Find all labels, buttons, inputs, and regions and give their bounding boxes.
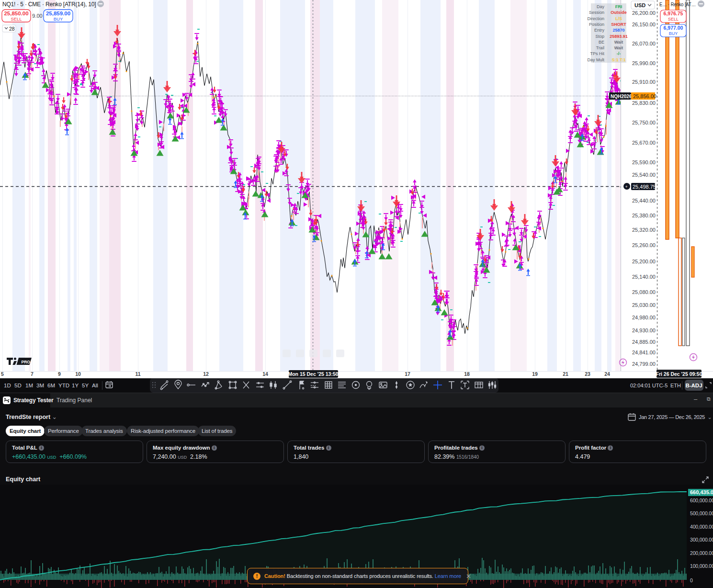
svg-text:9.00: 9.00 xyxy=(32,13,42,19)
svg-text:1M: 1M xyxy=(25,383,33,388)
svg-text:SELL: SELL xyxy=(668,17,679,22)
svg-text:25,498.75: 25,498.75 xyxy=(633,184,656,190)
svg-text:21: 21 xyxy=(563,371,568,377)
svg-text:10: 10 xyxy=(75,371,81,377)
svg-text:Position: Position xyxy=(589,22,604,27)
svg-text:26,070.00: 26,070.00 xyxy=(632,41,656,46)
svg-text:25,540.00: 25,540.00 xyxy=(632,172,656,178)
svg-text:25,260.00: 25,260.00 xyxy=(632,242,656,248)
svg-text:-/-: -/- xyxy=(617,51,621,56)
svg-text:26,150.00: 26,150.00 xyxy=(632,22,656,27)
svg-text:BUY: BUY xyxy=(54,16,63,22)
svg-text:6,977.00: 6,977.00 xyxy=(664,25,683,31)
svg-text:SELL: SELL xyxy=(11,16,22,22)
svg-text:+: + xyxy=(625,184,628,189)
svg-text:Mon 15 Dec '25 13:50: Mon 15 Dec '25 13:50 xyxy=(288,371,338,377)
svg-text:0: 0 xyxy=(690,577,693,583)
svg-text:28: 28 xyxy=(9,26,15,32)
svg-text:L/S: L/S xyxy=(615,16,622,21)
svg-text:25,200.00: 25,200.00 xyxy=(632,259,656,264)
svg-text:660,435.00: 660,435.00 xyxy=(690,489,713,495)
svg-text:12: 12 xyxy=(203,371,209,377)
svg-text:Session: Session xyxy=(589,10,604,15)
svg-text:300,000.00: 300,000.00 xyxy=(690,537,713,543)
svg-text:E… · Renko [AT…: E… · Renko [AT… xyxy=(659,1,696,7)
svg-text:Outside: Outside xyxy=(611,10,627,15)
svg-text:600,000.00: 600,000.00 xyxy=(690,498,713,503)
svg-text:5D: 5D xyxy=(14,383,22,388)
svg-text:25,830.00: 25,830.00 xyxy=(632,100,656,106)
svg-text:Direction: Direction xyxy=(587,16,604,21)
svg-text:7: 7 xyxy=(31,371,34,377)
svg-text:9: 9 xyxy=(58,371,61,377)
svg-text:ETH: ETH xyxy=(670,383,681,388)
svg-text:5: 5 xyxy=(1,371,4,377)
svg-text:NQ1! · 5 · CME · Renko [ATR(14: NQ1! · 5 · CME · Renko [ATR(14), 10] xyxy=(2,1,96,8)
svg-text:1Y: 1Y xyxy=(72,383,79,388)
svg-text:26,200.00: 26,200.00 xyxy=(632,10,656,16)
svg-text:25,140.00: 25,140.00 xyxy=(632,274,656,280)
svg-text:Day: Day xyxy=(597,4,605,9)
svg-text:25,990.00: 25,990.00 xyxy=(632,60,656,66)
svg-text:17: 17 xyxy=(405,371,410,377)
svg-text:200,000.00: 200,000.00 xyxy=(690,550,713,556)
svg-text:6M: 6M xyxy=(47,383,55,388)
svg-text:BUY: BUY xyxy=(669,31,678,36)
svg-text:-: - xyxy=(620,183,622,189)
svg-text:25,320.00: 25,320.00 xyxy=(632,227,656,233)
svg-text:25,850.00: 25,850.00 xyxy=(4,11,28,16)
svg-text:25,670.00: 25,670.00 xyxy=(632,140,656,146)
svg-text:25,590.00: 25,590.00 xyxy=(632,159,656,165)
svg-text:11: 11 xyxy=(135,371,140,377)
svg-text:6,976.75: 6,976.75 xyxy=(664,11,683,16)
svg-text:24,885.00: 24,885.00 xyxy=(632,339,656,345)
svg-text:1D: 1D xyxy=(4,383,11,388)
svg-text:BE: BE xyxy=(599,40,604,45)
svg-text:25870: 25870 xyxy=(612,28,624,33)
svg-text:FRI: FRI xyxy=(615,4,622,9)
svg-text:3M: 3M xyxy=(36,383,44,388)
svg-text:Day Mult: Day Mult xyxy=(587,57,604,62)
svg-text:24,930.00: 24,930.00 xyxy=(632,328,656,333)
svg-text:Wait: Wait xyxy=(614,40,623,45)
svg-text:24,841.00: 24,841.00 xyxy=(632,350,656,355)
svg-text:Wait: Wait xyxy=(614,45,623,50)
svg-text:USD: USD xyxy=(634,2,645,8)
svg-text:TPs Hit: TPs Hit xyxy=(590,51,604,56)
svg-text:S:1 T:1: S:1 T:1 xyxy=(611,57,625,62)
svg-text:Stop: Stop xyxy=(595,34,604,39)
svg-text:PRO: PRO xyxy=(22,360,31,364)
svg-text:02:04:01 UTC-5: 02:04:01 UTC-5 xyxy=(630,383,668,388)
svg-text:Trail: Trail xyxy=(596,45,604,50)
svg-text:SHORT: SHORT xyxy=(611,22,626,27)
svg-text:24: 24 xyxy=(604,371,610,377)
svg-text:25,080.00: 25,080.00 xyxy=(632,289,656,295)
svg-text:25,380.00: 25,380.00 xyxy=(632,213,656,218)
svg-text:25,440.00: 25,440.00 xyxy=(632,198,656,204)
svg-text:23: 23 xyxy=(585,371,590,377)
svg-text:B-ADJ: B-ADJ xyxy=(685,383,702,388)
svg-text:24,799.00: 24,799.00 xyxy=(632,361,656,367)
svg-text:25,856.00: 25,856.00 xyxy=(633,93,656,99)
svg-text:24,980.00: 24,980.00 xyxy=(632,315,656,320)
svg-text:14: 14 xyxy=(262,371,268,377)
svg-text:25,910.00: 25,910.00 xyxy=(632,79,656,85)
svg-text:NQH2026: NQH2026 xyxy=(611,94,632,99)
svg-text:5Y: 5Y xyxy=(82,383,89,388)
svg-text:Fri 26 Dec '25 09:50: Fri 26 Dec '25 09:50 xyxy=(656,371,702,377)
svg-text:Entry: Entry xyxy=(594,28,605,33)
svg-text:YTD: YTD xyxy=(58,383,69,388)
svg-text:19: 19 xyxy=(532,371,538,377)
svg-text:500,000.00: 500,000.00 xyxy=(690,510,713,516)
svg-text:25,859.00: 25,859.00 xyxy=(46,11,70,16)
svg-text:25,030.00: 25,030.00 xyxy=(632,302,656,308)
svg-text:100,000.00: 100,000.00 xyxy=(690,563,713,569)
svg-text:25893.91: 25893.91 xyxy=(610,34,628,39)
svg-text:25,750.00: 25,750.00 xyxy=(632,120,656,125)
svg-text:400,000.00: 400,000.00 xyxy=(690,524,713,530)
svg-text:All: All xyxy=(92,383,98,388)
svg-text:18: 18 xyxy=(464,371,470,377)
